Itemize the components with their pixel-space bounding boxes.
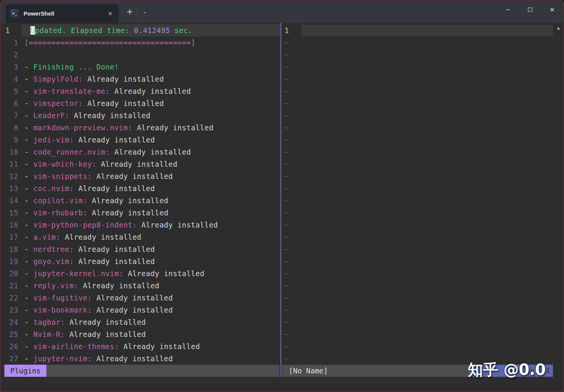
plugin-name: Nvim-R: — [33, 330, 65, 338]
plugin-status: Already installed — [87, 209, 168, 217]
empty-line-tilde: ~ — [282, 267, 553, 280]
plugin-status: Already installed — [92, 306, 173, 314]
plugin-name: vim-snippets: — [33, 172, 92, 180]
plugin-name: jedi-vim: — [33, 136, 74, 144]
bullet-dash: - — [24, 196, 33, 205]
plugin-status: Already installed — [92, 294, 173, 302]
line-text: - coc.nvim: Already installed — [24, 184, 155, 193]
elapsed-unit: sec. — [170, 26, 192, 35]
line-text: - Nvim-R: Already installed — [24, 330, 146, 338]
relative-line-number: 15 — [4, 207, 18, 219]
maximize-button[interactable]: ☐ — [519, 1, 541, 19]
line-text: [====================================] — [24, 38, 195, 47]
plugin-name: goyo.vim: — [33, 257, 74, 266]
plugin-name: jupyter-nvim: — [33, 354, 92, 363]
relative-line-number: 13 — [4, 182, 18, 194]
empty-line-tilde: ~ — [282, 280, 553, 292]
line-text: - code_runner.nvim: Already installed — [24, 148, 191, 156]
line-text: - a.vim: Already installed — [24, 233, 141, 241]
relative-line-number: 8 — [4, 122, 18, 134]
line-text: - markdown-preview.nvim: Already install… — [24, 123, 213, 132]
buffer-line: 1[====================================] — [4, 36, 280, 49]
elapsed-value: 0.412495 — [134, 26, 170, 35]
empty-line-tilde: ~ — [282, 49, 553, 61]
tab-dropdown-button[interactable]: ⌄ — [139, 6, 151, 18]
right-buffer-name: [No Name] — [282, 367, 328, 375]
plugin-name: copilot.vim: — [33, 196, 87, 205]
buffer-line: 24- tagbar: Already installed — [4, 316, 280, 328]
vim-left-pane[interactable]: 1 Updated. Elapsed time: 0.412495 sec. 1… — [4, 23, 280, 365]
left-pane-rows: 1 Updated. Elapsed time: 0.412495 sec. 1… — [4, 24, 280, 365]
relative-line-number: 2 — [4, 49, 18, 61]
buffer-line: 17- a.vim: Already installed — [4, 231, 280, 243]
line-text: - goyo.vim: Already installed — [24, 257, 155, 266]
relative-line-number: 25 — [4, 328, 18, 340]
bullet-dash: - — [24, 87, 33, 95]
empty-line-tilde: ~ — [282, 73, 553, 85]
watermark: 知乎 @0.0 — [468, 359, 546, 380]
empty-line-tilde: ~ — [282, 146, 553, 158]
vim-right-pane[interactable]: 1 ~~~~~~~~~~~~~~~~~~~~~~~~~~~ — [282, 23, 553, 365]
bullet-dash: - — [24, 123, 33, 132]
plugin-status: Already installed — [65, 330, 146, 338]
plugin-status: Already installed — [83, 75, 164, 83]
line-text: - Finishing ... Done! — [24, 63, 119, 71]
minimize-button[interactable]: ─ — [497, 1, 519, 19]
title-bar: >_ PowerShell ✕ + ⌄ ─ ☐ ✕ — [1, 1, 563, 23]
plugin-status: Already installed — [132, 123, 213, 132]
line-text: - LeaderF: Already installed — [24, 111, 151, 120]
plugin-name: vim-which-key: — [33, 160, 97, 168]
tab-title: PowerShell — [24, 10, 108, 17]
empty-line-tilde: ~ — [282, 340, 553, 352]
bullet-dash: - — [24, 184, 33, 193]
new-tab-button[interactable]: + — [124, 6, 135, 18]
plugin-name: vimspector: — [33, 99, 83, 107]
empty-line-tilde: ~ — [282, 231, 553, 243]
line-text: - vim-rhubarb: Already installed — [24, 209, 168, 217]
line-text: - vim-airline-themes: Already installed — [24, 342, 200, 351]
relative-line-number: 9 — [4, 134, 18, 146]
relative-line-number: 22 — [4, 292, 18, 304]
terminal-scrollbar[interactable]: ▲ ▼ — [553, 23, 564, 392]
empty-line-tilde: ~ — [282, 207, 553, 219]
relative-line-number: 21 — [4, 280, 18, 292]
text-cursor: U — [30, 26, 35, 35]
bullet-dash: - — [24, 221, 33, 229]
buffer-line: 26- vim-airline-themes: Already installe… — [4, 340, 280, 352]
plugin-list: 1[====================================]2… — [4, 36, 280, 365]
line-text: - vim-translate-me: Already installed — [24, 87, 191, 95]
plugin-status: Already installed — [110, 148, 191, 156]
empty-line-tilde: ~ — [282, 109, 553, 122]
bullet-dash: - — [24, 281, 33, 290]
plugin-name: vim-rhubarb: — [33, 209, 87, 217]
close-button[interactable]: ✕ — [541, 1, 563, 19]
bullet-dash: - — [24, 160, 33, 168]
plugin-name: vim-fugitive: — [33, 294, 92, 302]
bullet-dash: - — [24, 75, 33, 83]
empty-line-tilde: ~ — [282, 292, 553, 304]
relative-line-number: 5 — [4, 85, 18, 97]
line-text: - tagbar: Already installed — [24, 318, 146, 326]
plugin-status: Already installed — [74, 136, 155, 144]
relative-line-number: 23 — [4, 304, 18, 316]
empty-line-tilde: ~ — [282, 194, 553, 207]
plugin-status: Already installed — [110, 87, 191, 95]
plugin-status: Already installed — [74, 245, 155, 253]
scrollbar-up-icon[interactable]: ▲ — [553, 25, 564, 31]
plugin-status: Already installed — [83, 99, 164, 107]
empty-line-tilde: ~ — [282, 158, 553, 170]
buffer-line: 20- jupyter-kernel.nvim: Already install… — [4, 267, 280, 280]
line-text: - jedi-vim: Already installed — [24, 136, 155, 144]
window-split-divider[interactable] — [280, 23, 281, 377]
bullet-dash: - — [24, 354, 33, 363]
line-text: - vim-bookmark: Already installed — [24, 306, 173, 314]
bullet-dash: - — [24, 294, 33, 302]
plugin-status: Already installed — [65, 318, 146, 326]
bullet-dash: - — [24, 233, 33, 241]
plugin-status: Already installed — [60, 233, 141, 241]
buffer-name-badge: Plugins — [5, 365, 46, 377]
tab-powershell[interactable]: >_ PowerShell ✕ — [6, 4, 119, 23]
tab-close-icon[interactable]: ✕ — [108, 10, 113, 17]
plugin-status: Already installed — [92, 172, 173, 180]
empty-line-tilde: ~ — [282, 316, 553, 328]
